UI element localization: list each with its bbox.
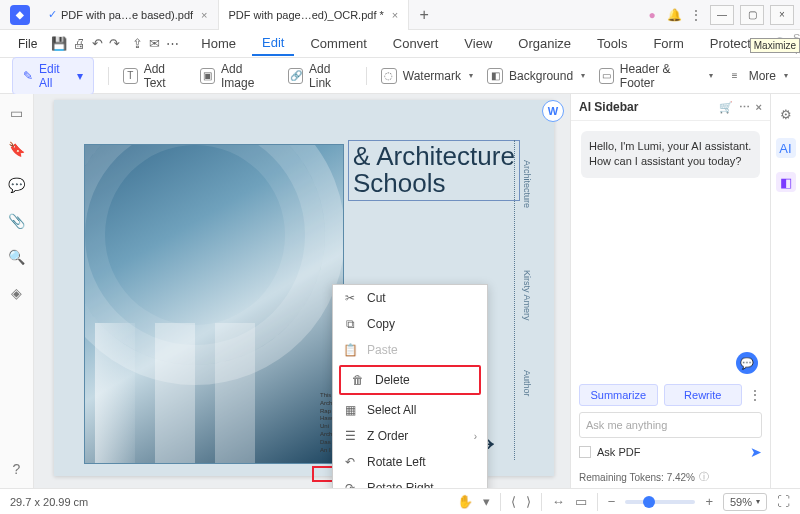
ctx-select-all[interactable]: ▦Select All <box>333 397 487 423</box>
minimize-button[interactable]: — <box>710 5 734 25</box>
print-icon[interactable]: 🖨 <box>73 33 86 55</box>
tab-inactive[interactable]: ✓ PDF with pa…e based).pdf × <box>38 0 219 30</box>
ai-icon[interactable]: AI <box>776 138 796 158</box>
more-dropdown[interactable]: ≡More▾ <box>727 68 788 84</box>
menu-comment[interactable]: Comment <box>300 32 376 55</box>
ask-pdf-checkbox[interactable] <box>579 446 591 458</box>
right-rail: ⚙ AI ◧ <box>770 94 800 488</box>
file-menu[interactable]: File <box>10 33 45 55</box>
menu-convert[interactable]: Convert <box>383 32 449 55</box>
search-icon[interactable]: 🔍 <box>8 248 26 266</box>
paste-icon: 📋 <box>343 343 357 357</box>
chevron-down-icon: ▾ <box>709 71 713 80</box>
add-link-button[interactable]: 🔗Add Link <box>288 62 352 90</box>
user-avatar-icon[interactable]: ● <box>644 7 660 23</box>
zoom-slider[interactable] <box>625 500 695 504</box>
thumbnails-icon[interactable]: ▭ <box>8 104 26 122</box>
hamburger-icon: ≡ <box>727 68 743 84</box>
fit-width-icon[interactable]: ↔ <box>552 494 565 509</box>
page-title-text[interactable]: & Architecture Schools <box>348 140 520 201</box>
page-image[interactable] <box>84 144 344 464</box>
menu-organize[interactable]: Organize <box>508 32 581 55</box>
more-icon[interactable]: ⋯ <box>739 101 750 114</box>
ctx-paste: 📋Paste <box>333 337 487 363</box>
attachment-icon[interactable]: 📎 <box>8 212 26 230</box>
edit-toolbar: ✎ Edit All ▾ TAdd Text ▣Add Image 🔗Add L… <box>0 58 800 94</box>
background-icon: ◧ <box>487 68 503 84</box>
chevron-down-icon: ▾ <box>756 497 760 506</box>
summarize-button[interactable]: Summarize <box>579 384 658 406</box>
fullscreen-icon[interactable]: ⛶ <box>777 494 790 509</box>
help-icon[interactable]: ? <box>8 460 26 478</box>
app-icon: ◆ <box>10 5 30 25</box>
more-icon[interactable]: ⋯ <box>166 33 179 55</box>
hand-tool-icon[interactable]: ✋ <box>457 494 473 509</box>
tab-active[interactable]: PDF with page…ed)_OCR.pdf * × <box>219 0 410 30</box>
cart-icon[interactable]: 🛒 <box>719 101 733 114</box>
send-icon[interactable]: ➤ <box>750 444 762 460</box>
word-export-badge[interactable]: W <box>542 100 564 122</box>
info-icon[interactable]: ⓘ <box>699 470 709 484</box>
submenu-arrow-icon: › <box>474 431 477 442</box>
header-footer-dropdown[interactable]: ▭Header & Footer▾ <box>599 62 713 90</box>
add-text-button[interactable]: TAdd Text <box>123 62 186 90</box>
context-menu: ✂Cut ⧉Copy 📋Paste 🗑Delete ▦Select All ☰Z… <box>332 284 488 488</box>
share-icon[interactable]: ⇪ <box>132 33 143 55</box>
edit-all-dropdown[interactable]: ✎ Edit All ▾ <box>12 57 94 95</box>
kebab-icon[interactable]: ⋮ <box>688 7 704 23</box>
menu-home[interactable]: Home <box>191 32 246 55</box>
bookmark-icon[interactable]: 🔖 <box>8 140 26 158</box>
rewrite-button[interactable]: Rewrite <box>664 384 743 406</box>
notification-icon[interactable]: 🔔 <box>666 7 682 23</box>
close-icon[interactable]: × <box>201 9 207 21</box>
slider-knob[interactable] <box>643 496 655 508</box>
chevron-down-icon: ▾ <box>469 71 473 80</box>
layers-icon[interactable]: ◈ <box>8 284 26 302</box>
ai-chat-fab[interactable]: 💬 <box>736 352 758 374</box>
new-tab-button[interactable]: + <box>409 6 439 24</box>
watermark-dropdown[interactable]: ◌Watermark▾ <box>381 68 473 84</box>
menu-tools[interactable]: Tools <box>587 32 637 55</box>
comment-icon[interactable]: 💬 <box>8 176 26 194</box>
maximize-button[interactable]: ▢ <box>740 5 764 25</box>
next-page-icon[interactable]: ⟩ <box>526 494 531 509</box>
ctx-rotate-right[interactable]: ↷Rotate Right <box>333 475 487 488</box>
zoom-value[interactable]: 59%▾ <box>723 493 767 511</box>
app-icon[interactable]: ◧ <box>776 172 796 192</box>
close-icon[interactable]: × <box>756 101 762 113</box>
menu-view[interactable]: View <box>454 32 502 55</box>
ctx-copy[interactable]: ⧉Copy <box>333 311 487 337</box>
text-icon: T <box>123 68 138 84</box>
ctx-rotate-left[interactable]: ↶Rotate Left <box>333 449 487 475</box>
ctx-delete[interactable]: 🗑Delete <box>339 365 481 395</box>
chevron-down-icon: ▾ <box>77 69 83 83</box>
menu-form[interactable]: Form <box>643 32 693 55</box>
settings-icon[interactable]: ⚙ <box>776 104 796 124</box>
ctx-cut[interactable]: ✂Cut <box>333 285 487 311</box>
close-window-button[interactable]: × <box>770 5 794 25</box>
ai-sidebar: AI Sidebar 🛒 ⋯ × Hello, I'm Lumi, your A… <box>570 94 770 488</box>
ctx-z-order[interactable]: ☰Z Order› <box>333 423 487 449</box>
prev-page-icon[interactable]: ⟨ <box>511 494 516 509</box>
email-icon[interactable]: ✉ <box>149 33 160 55</box>
background-dropdown[interactable]: ◧Background▾ <box>487 68 585 84</box>
chevron-down-icon: ▾ <box>581 71 585 80</box>
add-image-button[interactable]: ▣Add Image <box>200 62 274 90</box>
redo-icon[interactable]: ↷ <box>109 33 120 55</box>
rotate-right-icon: ↷ <box>343 481 357 488</box>
save-icon[interactable]: 💾 <box>51 33 67 55</box>
side-label: Author <box>522 370 532 397</box>
zoom-in-icon[interactable]: + <box>705 494 713 509</box>
side-label: Architecture <box>522 160 532 208</box>
close-icon[interactable]: × <box>392 9 398 21</box>
document-canvas[interactable]: & Architecture Schools Architecture Kirs… <box>34 94 570 488</box>
z-order-icon: ☰ <box>343 429 357 443</box>
ai-input[interactable]: Ask me anything <box>579 412 762 438</box>
fit-page-icon[interactable]: ▭ <box>575 494 587 509</box>
chevron-down-icon[interactable]: ▾ <box>483 494 490 509</box>
menu-edit[interactable]: Edit <box>252 31 294 56</box>
kebab-icon[interactable]: ⋮ <box>748 388 762 402</box>
zoom-out-icon[interactable]: − <box>608 494 616 509</box>
ai-sidebar-header: AI Sidebar 🛒 ⋯ × <box>571 94 770 121</box>
undo-icon[interactable]: ↶ <box>92 33 103 55</box>
